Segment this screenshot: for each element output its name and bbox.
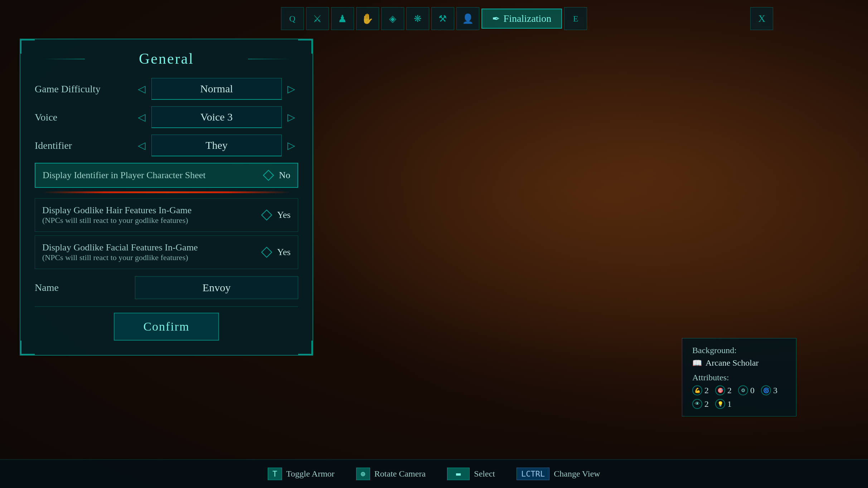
identifier-row: Identifier ◁ They ▷ xyxy=(35,135,298,156)
rotate-camera-action: ⊕ Rotate Camera xyxy=(356,468,426,480)
nav-head-button[interactable]: 👤 xyxy=(456,7,479,30)
attr-int-value: 3 xyxy=(773,386,777,395)
identifier-value: They xyxy=(151,135,282,156)
active-row-underline xyxy=(42,191,291,193)
game-difficulty-prev-button[interactable]: ◁ xyxy=(135,82,149,96)
nav-hand-button[interactable]: ✋ xyxy=(356,7,379,30)
attr-strength-icon: 💪 xyxy=(692,385,702,395)
attributes-row-2: 👁 2 💡 1 xyxy=(692,399,786,409)
attr-con-value: 0 xyxy=(750,386,755,395)
game-difficulty-row: Game Difficulty ◁ Normal ▷ xyxy=(35,78,298,100)
attributes-title: Attributes: xyxy=(692,373,786,382)
display-identifier-row[interactable]: Display Identifier in Player Character S… xyxy=(35,163,298,188)
nav-q-button[interactable]: Q xyxy=(281,7,304,30)
display-identifier-diamond-icon xyxy=(263,170,274,181)
attr-int: 🌀 3 xyxy=(761,385,777,395)
change-view-action: LCTRL Change View xyxy=(517,468,600,480)
nav-shield-button[interactable]: ◈ xyxy=(381,7,404,30)
bottom-bar: T Toggle Armor ⊕ Rotate Camera ▬ Select … xyxy=(0,459,868,488)
nav-person-button[interactable]: ♟ xyxy=(331,7,354,30)
attr-wis-value: 2 xyxy=(704,399,709,409)
rotate-camera-label: Rotate Camera xyxy=(374,469,426,479)
game-difficulty-label: Game Difficulty xyxy=(35,83,128,95)
panel-title: General xyxy=(35,50,298,67)
identifier-control: ◁ They ▷ xyxy=(135,135,298,156)
attr-strength: 💪 2 xyxy=(692,385,709,395)
attr-con: ⚙ 0 xyxy=(738,385,755,395)
voice-label: Voice xyxy=(35,112,128,123)
main-panel: General Game Difficulty ◁ Normal ▷ Voice… xyxy=(20,39,313,356)
display-godlike-hair-row[interactable]: Display Godlike Hair Features In-Game (N… xyxy=(35,198,298,232)
display-godlike-face-row[interactable]: Display Godlike Facial Features In-Game … xyxy=(35,235,298,269)
close-button[interactable]: X xyxy=(750,7,773,30)
toggle-armor-action: T Toggle Armor xyxy=(268,468,334,480)
character-info-panel: Background: 📖 Arcane Scholar Attributes:… xyxy=(682,338,796,416)
nav-hammer-button[interactable]: ⚒ xyxy=(431,7,454,30)
finalization-button[interactable]: ✒ Finalization xyxy=(481,9,562,29)
finalization-icon: ✒ xyxy=(492,13,500,24)
display-godlike-hair-label: Display Godlike Hair Features In-Game (N… xyxy=(42,205,191,225)
name-input[interactable] xyxy=(135,276,298,299)
corner-tr-deco xyxy=(298,39,312,54)
identifier-next-button[interactable]: ▷ xyxy=(285,138,298,153)
voice-row: Voice ◁ Voice 3 ▷ xyxy=(35,106,298,128)
attr-strength-value: 2 xyxy=(704,386,709,395)
voice-control: ◁ Voice 3 ▷ xyxy=(135,106,298,128)
display-godlike-face-value: Yes xyxy=(277,247,291,258)
rotate-camera-key: ⊕ xyxy=(356,468,370,480)
display-godlike-hair-value-container: Yes xyxy=(263,210,291,220)
attr-wis-icon: 👁 xyxy=(692,399,702,409)
identifier-label: Identifier xyxy=(35,140,128,151)
display-godlike-hair-value: Yes xyxy=(277,210,291,220)
select-action: ▬ Select xyxy=(447,468,495,480)
attr-cha-icon: 💡 xyxy=(715,399,725,409)
identifier-prev-button[interactable]: ◁ xyxy=(135,138,149,153)
attr-con-icon: ⚙ xyxy=(738,385,748,395)
display-identifier-label: Display Identifier in Player Character S… xyxy=(43,170,206,181)
voice-prev-button[interactable]: ◁ xyxy=(135,110,149,125)
background-title: Background: xyxy=(692,346,786,355)
change-view-label: Change View xyxy=(554,469,600,479)
display-godlike-face-sublabel: (NPCs will still react to your godlike f… xyxy=(42,253,198,262)
change-view-key: LCTRL xyxy=(517,468,549,480)
select-key: ▬ xyxy=(447,468,470,480)
display-identifier-value-container: No xyxy=(265,170,290,181)
display-godlike-hair-diamond-icon xyxy=(261,209,272,220)
background-name: Arcane Scholar xyxy=(705,358,759,368)
nav-sword-button[interactable]: ⚔ xyxy=(306,7,329,30)
name-row: Name xyxy=(35,276,298,299)
attr-dex: 🎯 2 xyxy=(715,385,732,395)
game-difficulty-value: Normal xyxy=(151,78,282,100)
select-label: Select xyxy=(474,469,495,479)
game-difficulty-next-button[interactable]: ▷ xyxy=(285,82,298,96)
corner-tl-deco xyxy=(20,39,35,54)
attr-wis: 👁 2 xyxy=(692,399,709,409)
nav-e-button[interactable]: E xyxy=(564,7,587,30)
voice-next-button[interactable]: ▷ xyxy=(285,110,298,125)
display-godlike-face-value-container: Yes xyxy=(263,247,291,258)
toggle-armor-label: Toggle Armor xyxy=(286,469,335,479)
name-label: Name xyxy=(35,282,128,293)
attr-cha-value: 1 xyxy=(727,399,732,409)
divider xyxy=(35,306,298,307)
display-godlike-hair-sublabel: (NPCs will still react to your godlike f… xyxy=(42,216,191,225)
top-navigation: Q ⚔ ♟ ✋ ◈ ❋ ⚒ 👤 ✒ Finalization E X xyxy=(281,7,587,30)
confirm-button[interactable]: Confirm xyxy=(114,313,219,341)
background-book-icon: 📖 xyxy=(692,358,702,368)
attr-dex-icon: 🎯 xyxy=(715,385,725,395)
display-godlike-face-diamond-icon xyxy=(261,247,272,258)
display-godlike-face-label: Display Godlike Facial Features In-Game … xyxy=(42,242,198,262)
finalization-label: Finalization xyxy=(504,13,552,24)
display-identifier-value: No xyxy=(279,170,290,181)
background-value: 📖 Arcane Scholar xyxy=(692,358,786,368)
attr-cha: 💡 1 xyxy=(715,399,732,409)
voice-value: Voice 3 xyxy=(151,106,282,128)
attr-dex-value: 2 xyxy=(727,386,732,395)
attr-int-icon: 🌀 xyxy=(761,385,771,395)
corner-br-deco xyxy=(298,341,312,355)
attributes-row: 💪 2 🎯 2 ⚙ 0 🌀 3 xyxy=(692,385,786,395)
nav-leaf-button[interactable]: ❋ xyxy=(406,7,429,30)
game-difficulty-control: ◁ Normal ▷ xyxy=(135,78,298,100)
toggle-armor-key: T xyxy=(268,468,282,480)
corner-bl-deco xyxy=(20,341,35,355)
